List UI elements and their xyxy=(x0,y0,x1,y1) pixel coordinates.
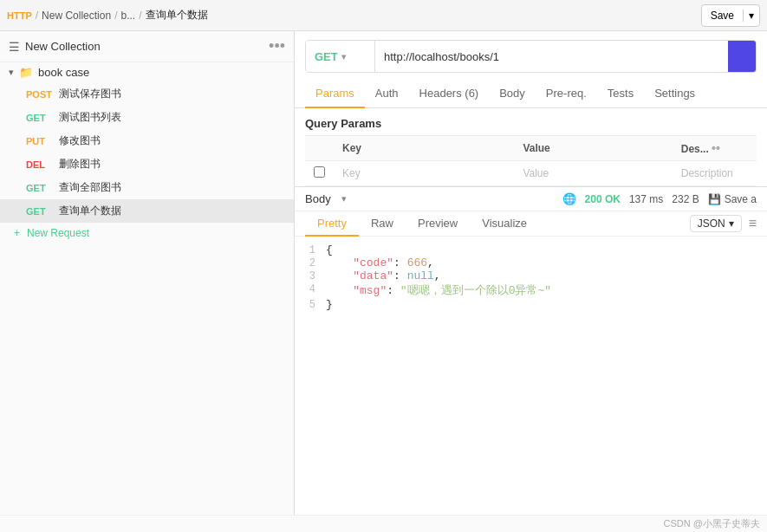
response-header: Body ▾ 🌐 200 OK 137 ms 232 B 💾 Save a xyxy=(295,187,767,211)
json-format-arrow: ▾ xyxy=(729,217,734,230)
query-params-title: Query Params xyxy=(295,108,767,135)
table-row: Key Value Description xyxy=(305,161,757,186)
json-format-select[interactable]: JSON ▾ xyxy=(690,215,742,232)
http-badge: HTTP xyxy=(7,10,32,21)
method-badge: DEL xyxy=(26,159,52,170)
new-request-item[interactable]: + New Request xyxy=(0,223,294,243)
desc-cell[interactable]: Description xyxy=(673,161,757,186)
resp-tab-raw[interactable]: Raw xyxy=(359,211,406,237)
top-bar-actions: Save ▾ xyxy=(701,4,760,27)
globe-icon: 🌐 xyxy=(562,192,576,205)
method-badge: GET xyxy=(26,183,52,193)
breadcrumb-current: 查询单个数据 xyxy=(146,8,208,23)
row-checkbox[interactable] xyxy=(314,166,325,178)
code-line: 5} xyxy=(295,298,767,311)
method-badge: PUT xyxy=(26,136,52,146)
method-badge: POST xyxy=(26,89,52,100)
sidebar-more-icon[interactable]: ••• xyxy=(269,37,285,55)
url-bar: GET ▾ xyxy=(305,40,757,73)
response-tab-bar: PrettyRawPreviewVisualize JSON ▾ ≡ xyxy=(295,211,767,237)
resp-tab-visualize[interactable]: Visualize xyxy=(470,211,539,237)
params-table: Key Value Des... •• Key Value Descriptio… xyxy=(305,135,757,186)
sidebar: ☰ New Collection ••• ▾ 📁 book case POST … xyxy=(0,31,295,515)
response-time: 137 ms xyxy=(629,193,663,205)
sidebar-request-item[interactable]: GET 测试图书列表 xyxy=(0,106,294,129)
request-name: 查询单个数据 xyxy=(59,204,121,218)
sidebar-request-item[interactable]: GET 查询全部图书 xyxy=(0,176,294,199)
main-layout: ☰ New Collection ••• ▾ 📁 book case POST … xyxy=(0,31,767,515)
method-dropdown-arrow: ▾ xyxy=(341,52,346,62)
status-info: 🌐 200 OK 137 ms 232 B 💾 Save a xyxy=(562,192,757,205)
value-cell[interactable]: Value xyxy=(514,161,672,186)
breadcrumb-sub[interactable]: b... xyxy=(120,10,135,22)
folder-icon: 📁 xyxy=(19,66,33,79)
key-cell[interactable]: Key xyxy=(334,161,514,186)
more-cols-icon[interactable]: •• xyxy=(712,141,720,155)
tab-headers-(6)[interactable]: Headers (6) xyxy=(409,80,490,108)
request-name: 查询全部图书 xyxy=(59,180,121,195)
col-description: Des... •• xyxy=(673,136,757,161)
tab-body[interactable]: Body xyxy=(489,80,536,108)
save-btn-label[interactable]: Save xyxy=(702,10,744,22)
resp-tab-right: JSON ▾ ≡ xyxy=(690,215,757,232)
breadcrumb-collection[interactable]: New Collection xyxy=(42,10,111,22)
sidebar-request-item[interactable]: DEL 删除图书 xyxy=(0,152,294,176)
request-name: 删除图书 xyxy=(59,157,101,172)
save-icon: 💾 xyxy=(708,193,721,205)
sidebar-request-item[interactable]: POST 测试保存图书 xyxy=(0,82,294,106)
code-line: 4 "msg": "嗯嗯，遇到一个除以0异常~" xyxy=(295,282,767,298)
url-input[interactable] xyxy=(375,41,728,72)
wrap-button[interactable]: ≡ xyxy=(749,216,757,231)
method-badge: GET xyxy=(26,206,52,217)
watermark: CSDN @小黑子史蒂夫 xyxy=(0,515,767,532)
col-value: Value xyxy=(514,136,672,161)
breadcrumb: HTTP / New Collection / b... / 查询单个数据 xyxy=(7,8,208,23)
tab-bar: ParamsAuthHeaders (6)BodyPre-req.TestsSe… xyxy=(295,80,767,108)
resp-tab-preview[interactable]: Preview xyxy=(406,211,470,237)
new-request-icon: + xyxy=(14,227,20,239)
tab-tests[interactable]: Tests xyxy=(597,80,644,108)
row-checkbox-cell xyxy=(305,161,334,186)
response-area: Body ▾ 🌐 200 OK 137 ms 232 B 💾 Save a Pr… xyxy=(295,186,767,515)
collection-item[interactable]: ▾ 📁 book case xyxy=(0,62,294,82)
tab-pre-req.[interactable]: Pre-req. xyxy=(536,80,597,108)
method-select[interactable]: GET ▾ xyxy=(306,41,375,72)
response-dropdown-arrow[interactable]: ▾ xyxy=(341,193,347,204)
send-button[interactable] xyxy=(728,41,756,72)
tab-settings[interactable]: Settings xyxy=(644,80,705,108)
json-format-label: JSON xyxy=(698,217,725,230)
request-name: 修改图书 xyxy=(59,133,101,148)
code-line: 1{ xyxy=(295,243,767,256)
sidebar-request-item[interactable]: PUT 修改图书 xyxy=(0,129,294,152)
save-dropdown-arrow[interactable]: ▾ xyxy=(744,10,759,22)
method-label: GET xyxy=(315,50,338,63)
new-request-label: New Request xyxy=(27,227,89,239)
resp-tab-pretty[interactable]: Pretty xyxy=(305,211,359,237)
method-badge: GET xyxy=(26,113,52,123)
collection-name: book case xyxy=(38,66,89,79)
col-key: Key xyxy=(334,136,514,161)
request-name: 测试图书列表 xyxy=(59,110,121,125)
tab-params[interactable]: Params xyxy=(305,80,365,108)
request-list: POST 测试保存图书 GET 测试图书列表 PUT 修改图书 DEL 删除图书… xyxy=(0,82,294,223)
response-size: 232 B xyxy=(672,193,699,205)
hamburger-icon[interactable]: ☰ xyxy=(9,40,20,54)
sidebar-header: ☰ New Collection ••• xyxy=(0,31,294,62)
code-line: 3 "data": null, xyxy=(295,269,767,282)
chevron-icon: ▾ xyxy=(9,67,14,78)
code-line: 2 "code": 666, xyxy=(295,256,767,269)
col-checkbox xyxy=(305,136,334,161)
save-response-button[interactable]: 💾 Save a xyxy=(708,193,757,205)
code-area: 1{2 "code": 666,3 "data": null,4 "msg": … xyxy=(295,237,767,515)
request-name: 测试保存图书 xyxy=(59,87,121,101)
top-bar: HTTP / New Collection / b... / 查询单个数据 Sa… xyxy=(0,0,767,31)
tab-auth[interactable]: Auth xyxy=(365,80,409,108)
sidebar-request-item[interactable]: GET 查询单个数据 xyxy=(0,199,294,223)
save-button[interactable]: Save ▾ xyxy=(701,4,760,27)
response-body-label: Body xyxy=(305,192,331,205)
content-area: GET ▾ ParamsAuthHeaders (6)BodyPre-req.T… xyxy=(295,31,767,515)
sidebar-title: New Collection xyxy=(25,40,101,53)
status-code: 200 OK xyxy=(585,193,621,205)
